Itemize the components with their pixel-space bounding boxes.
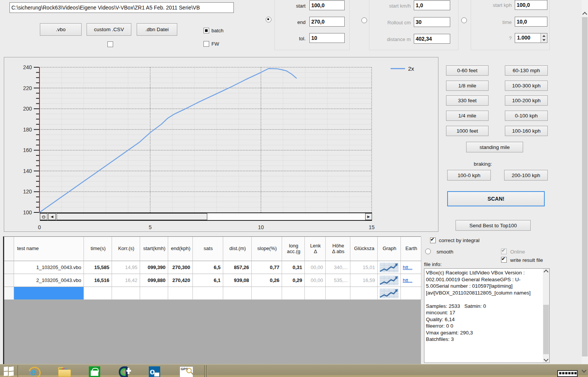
table-cell[interactable]: 0,26 bbox=[252, 274, 282, 287]
quick-button-100-200-kph[interactable]: 100-200 kph bbox=[505, 95, 548, 106]
table-cell[interactable]: 15,01 bbox=[350, 261, 378, 274]
file-path-input[interactable] bbox=[9, 2, 234, 13]
send-best-button[interactable]: Send Best to Top100 bbox=[456, 220, 531, 231]
table-cell[interactable] bbox=[14, 287, 84, 300]
column-header-korr-s-[interactable]: Korr.(s) bbox=[112, 237, 140, 261]
row-header[interactable] bbox=[4, 287, 14, 300]
table-cell[interactable]: 340,... bbox=[326, 261, 350, 274]
table-cell[interactable] bbox=[84, 287, 112, 300]
file-explorer-taskbar-button[interactable] bbox=[49, 366, 79, 377]
column-header-long[interactable]: long acc.(g bbox=[282, 237, 305, 261]
table-cell[interactable]: 16,59 bbox=[350, 274, 378, 287]
quick-button-330-feet[interactable]: 330 feet bbox=[446, 95, 489, 106]
end-speed-input[interactable] bbox=[309, 17, 345, 27]
column-header-sats[interactable]: sats bbox=[193, 237, 223, 261]
table-cell[interactable]: 270,420 bbox=[168, 274, 193, 287]
table-cell[interactable]: 00,00 bbox=[305, 274, 326, 287]
gps-tool-taskbar-button[interactable]: GPS bbox=[169, 366, 203, 377]
column-header-graph[interactable]: Graph bbox=[378, 237, 401, 261]
table-cell[interactable]: 6,1 bbox=[193, 274, 223, 287]
table-cell[interactable] bbox=[282, 287, 305, 300]
quick-button-1-8-mile[interactable]: 1/8 mile bbox=[446, 81, 489, 91]
quick-button-0-100-kph[interactable]: 0-100 kph bbox=[505, 111, 548, 121]
time-input[interactable] bbox=[515, 17, 547, 27]
write-result-file-checkbox[interactable]: ✔ bbox=[501, 257, 507, 263]
quick-button-100-160-kph[interactable]: 100-160 kph bbox=[505, 126, 548, 136]
chart-scroll-left-icon[interactable]: ◀ bbox=[48, 213, 56, 220]
table-cell-graph[interactable] bbox=[378, 261, 401, 274]
table-cell[interactable]: 0,31 bbox=[282, 261, 305, 274]
mode-speed-radio[interactable] bbox=[266, 17, 271, 22]
table-cell-graph[interactable] bbox=[378, 274, 401, 287]
table-cell[interactable]: 00,00 bbox=[305, 261, 326, 274]
table-cell[interactable]: 857,26 bbox=[223, 261, 252, 274]
braking-button-100-0-kph[interactable]: 100-0 kph bbox=[447, 170, 491, 181]
mode-distance-radio[interactable] bbox=[361, 17, 367, 23]
column-header-h-he[interactable]: Höhe Δ abs bbox=[326, 237, 350, 261]
table-cell[interactable] bbox=[223, 287, 252, 300]
table-cell[interactable]: 16,516 bbox=[84, 274, 112, 287]
scroll-down-icon[interactable] bbox=[543, 356, 549, 363]
table-cell[interactable]: 099,880 bbox=[140, 274, 168, 287]
table-cell[interactable] bbox=[193, 287, 223, 300]
column-header-end-kph-[interactable]: end(kph) bbox=[168, 237, 193, 261]
table-cell[interactable]: 15,585 bbox=[84, 261, 112, 274]
table-cell[interactable] bbox=[350, 287, 378, 300]
column-header-lenk[interactable]: Lenk Δ bbox=[305, 237, 326, 261]
correct-by-integral-checkbox[interactable]: ✔ bbox=[430, 238, 436, 243]
table-cell[interactable] bbox=[326, 287, 350, 300]
table-cell[interactable]: 0,77 bbox=[252, 261, 282, 274]
table-cell-graph[interactable] bbox=[378, 287, 401, 300]
chart-scroll-thumb[interactable] bbox=[57, 213, 207, 220]
fw-checkbox[interactable] bbox=[203, 41, 209, 47]
quick-button-standing-mile[interactable]: standing mile bbox=[466, 142, 523, 152]
table-cell[interactable]: 939,08 bbox=[223, 274, 252, 287]
mode-time-radio[interactable] bbox=[461, 17, 467, 23]
table-cell[interactable]: 2_103205_0043.vbo bbox=[14, 274, 84, 287]
table-cell[interactable]: 270,300 bbox=[168, 261, 193, 274]
file-info-scrollbar[interactable] bbox=[543, 269, 549, 363]
outlook-taskbar-button[interactable]: o bbox=[140, 366, 169, 377]
tol-input[interactable] bbox=[309, 33, 345, 43]
chart-zoom-out-icon[interactable]: ⊖ bbox=[40, 213, 47, 220]
row-header[interactable] bbox=[4, 261, 14, 274]
start-kmh-input[interactable] bbox=[414, 0, 450, 10]
column-header-start-kmh-[interactable]: start(kmh) bbox=[140, 237, 168, 261]
column-header-time-s-[interactable]: time(s) bbox=[84, 237, 112, 261]
quick-button-1000-feet[interactable]: 1000 feet bbox=[446, 126, 489, 136]
start-button[interactable] bbox=[0, 366, 17, 377]
column-header-test-name[interactable]: test name bbox=[14, 237, 84, 261]
column-header-earth[interactable]: Earth bbox=[401, 237, 421, 261]
graph-thumbnail-icon[interactable] bbox=[380, 288, 399, 298]
internet-explorer-taskbar-button[interactable]: e bbox=[19, 366, 48, 377]
quick-button-100-300-kph[interactable]: 100-300 kph bbox=[505, 81, 548, 91]
spin-down-icon[interactable] bbox=[542, 39, 545, 41]
csv-option-checkbox[interactable] bbox=[107, 41, 113, 47]
batch-checkbox[interactable] bbox=[203, 28, 209, 33]
g-app-taskbar-button[interactable] bbox=[110, 366, 139, 377]
table-cell[interactable] bbox=[140, 287, 168, 300]
quick-button-60-130-mph[interactable]: 60-130 mph bbox=[505, 65, 548, 76]
table-cell[interactable] bbox=[168, 287, 193, 300]
file-info-box[interactable]: VBox(c) Racelogic LtdVideo VBox Version … bbox=[424, 268, 550, 363]
table-cell-earth[interactable]: htt... bbox=[401, 274, 421, 287]
speed-time-chart[interactable]: 100120140160180200220240051015 bbox=[4, 57, 438, 231]
scroll-up-icon[interactable] bbox=[543, 269, 549, 275]
table-cell[interactable]: 6,5 bbox=[193, 261, 223, 274]
table-cell[interactable] bbox=[112, 287, 140, 300]
graph-thumbnail-icon[interactable] bbox=[380, 263, 399, 272]
start-kph-input[interactable] bbox=[515, 0, 547, 10]
table-cell[interactable]: 1_103205_0043.vbo bbox=[14, 261, 84, 274]
start-speed-input[interactable] bbox=[309, 0, 345, 10]
results-table[interactable]: test nametime(s)Korr.(s)start(kmh)end(kp… bbox=[3, 236, 421, 364]
smooth-radio[interactable] bbox=[425, 249, 431, 254]
column-header-gl-cksza[interactable]: Glücksza bbox=[350, 237, 378, 261]
custom-csv-button[interactable]: custom .CSV bbox=[87, 23, 131, 36]
table-cell[interactable]: 14,95 bbox=[112, 261, 140, 274]
earth-link[interactable]: htt... bbox=[403, 277, 412, 283]
table-cell-earth[interactable] bbox=[401, 287, 421, 300]
table-cell[interactable]: 535,... bbox=[326, 274, 350, 287]
vbo-button[interactable]: .vbo bbox=[40, 23, 82, 36]
table-cell[interactable]: 099,390 bbox=[140, 261, 168, 274]
braking-button-200-100-kph[interactable]: 200-100 kph bbox=[504, 170, 548, 181]
